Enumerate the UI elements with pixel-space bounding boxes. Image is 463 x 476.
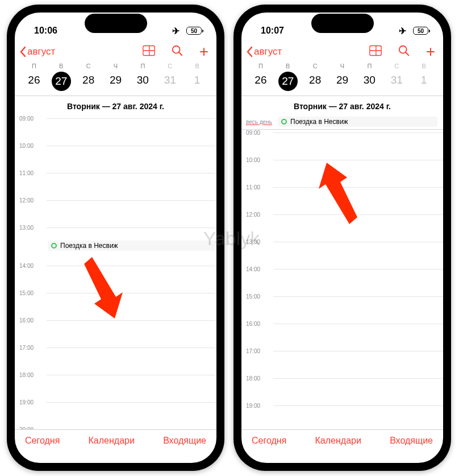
back-label: август — [254, 46, 282, 57]
date-cell[interactable]: 30 — [356, 72, 383, 91]
chevron-left-icon — [19, 46, 27, 57]
date-cell[interactable]: 31 — [383, 72, 410, 91]
date-cell-selected[interactable]: 27 — [278, 72, 298, 91]
list-view-icon[interactable] — [369, 44, 382, 59]
day-title: Вторник — 27 авг. 2024 г. — [15, 96, 216, 115]
hour-label: 16:00 — [246, 321, 273, 327]
hour-label: 20:00 — [19, 427, 47, 429]
weekday-label: П — [129, 63, 156, 69]
hour-label: 11:00 — [19, 170, 47, 176]
calendars-button[interactable]: Календари — [315, 436, 361, 446]
weekday-header: П В С Ч П С В — [241, 63, 443, 69]
hour-label: 17:00 — [246, 348, 273, 354]
add-event-button[interactable]: + — [426, 45, 435, 58]
hour-label: 14:00 — [246, 266, 273, 272]
hour-label: 13:00 — [19, 225, 47, 231]
hour-label: 10:00 — [246, 157, 273, 163]
weekday-header: П В С Ч П С В — [15, 63, 216, 69]
allday-row: весь день Поездка в Несвиж — [241, 115, 443, 130]
weekday-label: Ч — [329, 63, 356, 69]
status-time: 10:06 — [34, 26, 57, 36]
weekday-label: В — [410, 63, 437, 69]
search-icon[interactable] — [398, 44, 410, 59]
weekday-label: В — [48, 63, 75, 69]
date-cell[interactable]: 1 — [410, 72, 437, 91]
weekday-label: В — [274, 63, 302, 69]
battery-indicator: 50 — [413, 27, 428, 35]
hour-label: 15:00 — [19, 290, 47, 296]
add-event-button[interactable]: + — [199, 45, 208, 58]
svg-line-4 — [178, 52, 182, 56]
hour-label: 19:00 — [246, 403, 273, 409]
hour-label: 17:00 — [19, 345, 47, 351]
inbox-button[interactable]: Входящие — [163, 436, 206, 446]
hour-label: 14:00 — [19, 263, 47, 269]
hour-label: 16:00 — [19, 317, 47, 324]
event-title: Поездка в Несвиж — [290, 118, 348, 126]
back-label: август — [27, 46, 55, 57]
back-button[interactable]: август — [19, 46, 55, 57]
date-cell[interactable]: 26 — [20, 72, 48, 91]
inbox-button[interactable]: Входящие — [390, 436, 433, 446]
weekday-label: С — [156, 63, 183, 69]
hour-label: 13:00 — [246, 239, 273, 245]
chevron-left-icon — [246, 46, 254, 57]
weekday-label: Ч — [102, 63, 130, 69]
date-cell[interactable]: 30 — [129, 72, 156, 91]
dynamic-island — [311, 14, 374, 33]
day-title: Вторник — 27 авг. 2024 г. — [241, 96, 443, 115]
date-cell[interactable]: 29 — [102, 72, 130, 91]
hour-label: 12:00 — [19, 197, 47, 204]
weekday-label: С — [75, 63, 102, 69]
list-view-icon[interactable] — [143, 44, 155, 59]
calendars-button[interactable]: Календари — [89, 436, 135, 446]
hour-label: 19:00 — [19, 399, 47, 405]
date-cell[interactable]: 1 — [183, 72, 211, 91]
week-dates: 26 27 28 29 30 31 1 — [241, 69, 443, 96]
weekday-label: С — [383, 63, 410, 69]
back-button[interactable]: август — [246, 46, 282, 57]
airplane-icon: ✈ — [399, 26, 406, 36]
date-cell[interactable]: 31 — [156, 72, 183, 91]
calendar-event[interactable]: Поездка в Несвиж — [48, 241, 216, 251]
svg-line-9 — [405, 52, 408, 56]
annotation-arrow-icon — [82, 251, 133, 328]
hour-label: 15:00 — [246, 293, 273, 300]
hour-label: 09:00 — [19, 115, 47, 122]
allday-label: весь день — [245, 119, 277, 125]
weekday-label: П — [356, 63, 383, 69]
event-color-icon — [51, 243, 57, 249]
date-cell[interactable]: 28 — [75, 72, 102, 91]
hour-label: 12:00 — [246, 212, 273, 218]
calendar-event-allday[interactable]: Поездка в Несвиж — [278, 117, 437, 127]
today-button[interactable]: Сегодня — [252, 436, 286, 446]
date-cell[interactable]: 29 — [329, 72, 356, 91]
dynamic-island — [85, 14, 147, 33]
date-cell[interactable]: 28 — [302, 72, 329, 91]
event-color-icon — [281, 119, 287, 125]
hour-label: 10:00 — [19, 143, 47, 149]
annotation-arrow-icon — [308, 156, 360, 232]
hour-label: 18:00 — [19, 372, 47, 378]
today-button[interactable]: Сегодня — [25, 436, 60, 446]
phone-left: 10:06 ✈ 50 август — [7, 5, 224, 471]
hour-label: 11:00 — [246, 184, 273, 191]
week-dates: 26 27 28 29 30 31 1 — [15, 69, 216, 96]
date-cell[interactable]: 26 — [247, 72, 274, 91]
hour-label: 09:00 — [246, 130, 273, 136]
hour-label: 18:00 — [246, 375, 273, 382]
weekday-label: В — [183, 63, 211, 69]
battery-indicator: 50 — [186, 27, 202, 35]
event-title: Поездка в Несвиж — [60, 242, 118, 250]
airplane-icon: ✈ — [172, 26, 180, 36]
status-time: 10:07 — [261, 26, 284, 36]
date-cell-selected[interactable]: 27 — [52, 72, 71, 91]
phone-right: 10:07 ✈ 50 август — [233, 5, 451, 471]
weekday-label: П — [247, 63, 274, 69]
weekday-label: С — [302, 63, 329, 69]
search-icon[interactable] — [171, 44, 183, 59]
weekday-label: П — [20, 63, 48, 69]
